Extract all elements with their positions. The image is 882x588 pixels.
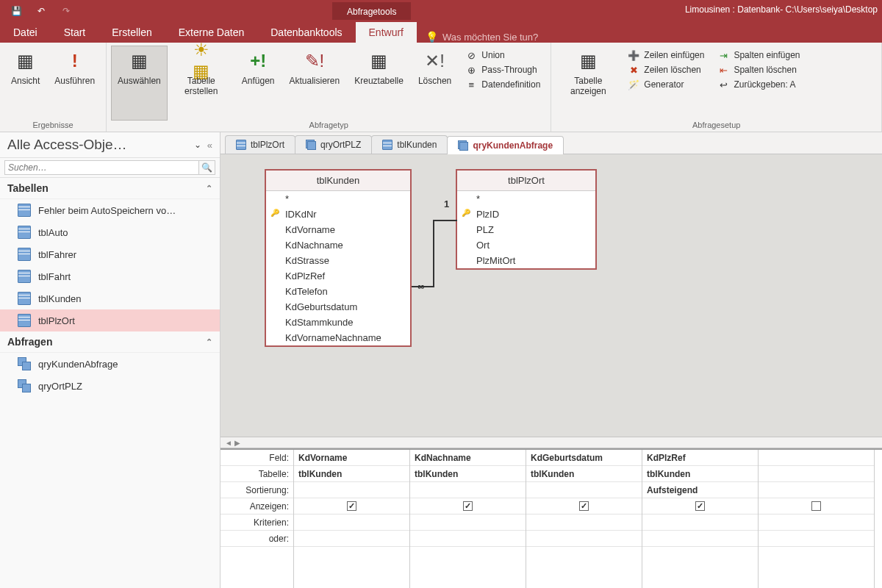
horizontal-ruler[interactable]: ◄ ▶ bbox=[220, 437, 882, 448]
nav-section-abfragen[interactable]: Abfragen⌃ bbox=[0, 331, 220, 353]
tell-me-search[interactable]: 💡 Was möchten Sie tun? bbox=[417, 31, 547, 43]
redo-button[interactable]: ↷ bbox=[54, 1, 78, 21]
grid-cell-oder[interactable] bbox=[642, 531, 758, 547]
table-box-tblplzort[interactable]: tblPlzOrt *PlzIDPLZOrtPlzMitOrt bbox=[456, 169, 597, 270]
grid-cell-feld[interactable]: KdVorname bbox=[294, 450, 409, 466]
field-idkdnr[interactable]: IDKdNr bbox=[266, 207, 410, 222]
grid-col-1[interactable]: KdNachnametblKunden✓ bbox=[410, 450, 526, 588]
grid-col-4[interactable] bbox=[759, 450, 875, 588]
zurueckgeben-button[interactable]: ↩Zurückgeben: A bbox=[716, 78, 801, 91]
grid-cell-oder[interactable] bbox=[526, 531, 642, 547]
grid-cell-kriterien[interactable] bbox=[759, 514, 874, 531]
show-checkbox[interactable]: ✓ bbox=[347, 501, 356, 511]
menu-erstellen[interactable]: Erstellen bbox=[98, 22, 165, 43]
grid-cell-feld[interactable] bbox=[759, 450, 874, 466]
show-checkbox[interactable]: ✓ bbox=[463, 501, 473, 511]
ansicht-button[interactable]: ▦ Ansicht bbox=[4, 46, 46, 121]
zeilen-einfuegen-button[interactable]: ➕Zeilen einfügen bbox=[626, 49, 706, 62]
nav-header[interactable]: Alle Access-Obje… ⌄ « bbox=[0, 132, 220, 158]
show-checkbox[interactable] bbox=[811, 501, 821, 511]
grid-cell-anzeigen[interactable]: ✓ bbox=[294, 498, 409, 514]
doctab-tblplzort[interactable]: tblPlzOrt bbox=[225, 135, 295, 154]
datendefinition-button[interactable]: ≡Datendefinition bbox=[464, 78, 542, 91]
field-plz[interactable]: PLZ bbox=[457, 222, 595, 237]
grid-cell-anzeigen[interactable]: ✓ bbox=[642, 498, 758, 514]
auswaehlen-button[interactable]: ▦ Auswählen bbox=[111, 46, 168, 121]
grid-cell-sortierung[interactable]: Aufsteigend bbox=[642, 482, 758, 498]
table-box-tblkunden[interactable]: tblKunden *IDKdNrKdVornameKdNachnameKdSt… bbox=[265, 169, 412, 347]
grid-cell-kriterien[interactable] bbox=[294, 514, 409, 531]
grid-col-0[interactable]: KdVornametblKunden✓ bbox=[294, 450, 410, 588]
field-kdvornamenachname[interactable]: KdVornameNachname bbox=[266, 330, 410, 345]
menu-datei[interactable]: Datei bbox=[0, 22, 51, 43]
grid-col-2[interactable]: KdGeburtsdatumtblKunden✓ bbox=[526, 450, 642, 588]
collapse-pane-icon[interactable]: « bbox=[207, 140, 212, 151]
nav-item-tblfahrt[interactable]: tblFahrt bbox=[0, 265, 220, 287]
grid-cell-oder[interactable] bbox=[759, 531, 874, 547]
grid-cell-sortierung[interactable] bbox=[410, 482, 526, 498]
union-button[interactable]: ⊘Union bbox=[464, 49, 542, 62]
tabelle-anzeigen-button[interactable]: ▦ Tabelle anzeigen bbox=[556, 46, 620, 121]
field-ort[interactable]: Ort bbox=[457, 237, 595, 253]
grid-cell-kriterien[interactable] bbox=[410, 514, 526, 531]
show-checkbox[interactable]: ✓ bbox=[579, 501, 589, 511]
field-kdnachname[interactable]: KdNachname bbox=[266, 237, 410, 253]
grid-cell-feld[interactable]: KdGeburtsdatum bbox=[526, 450, 642, 466]
show-checkbox[interactable]: ✓ bbox=[695, 501, 705, 511]
field-plzmitort[interactable]: PlzMitOrt bbox=[457, 253, 595, 268]
grid-cell-feld[interactable]: KdPlzRef bbox=[642, 450, 758, 466]
field-kdplzref[interactable]: KdPlzRef bbox=[266, 268, 410, 284]
field-kdstrasse[interactable]: KdStrasse bbox=[266, 253, 410, 268]
nav-section-tabellen[interactable]: Tabellen⌃ bbox=[0, 178, 220, 199]
nav-item-qryortplz[interactable]: qryOrtPLZ bbox=[0, 375, 220, 397]
spalten-einfuegen-button[interactable]: ⇥Spalten einfügen bbox=[716, 49, 801, 62]
grid-cell-tabelle[interactable]: tblKunden bbox=[410, 466, 526, 482]
field-plzid[interactable]: PlzID bbox=[457, 207, 595, 222]
menu-start[interactable]: Start bbox=[51, 22, 99, 43]
grid-cell-oder[interactable] bbox=[410, 531, 526, 547]
field-kdstammkunde[interactable]: KdStammkunde bbox=[266, 315, 410, 330]
doctab-qrykundenabfrage[interactable]: qryKundenAbfrage bbox=[447, 136, 564, 154]
passthrough-button[interactable]: ⊕Pass-Through bbox=[464, 63, 542, 76]
nav-item-tblfahrer[interactable]: tblFahrer bbox=[0, 243, 220, 265]
grid-cell-kriterien[interactable] bbox=[642, 514, 758, 531]
field--[interactable]: * bbox=[266, 191, 410, 207]
grid-cell-kriterien[interactable] bbox=[526, 514, 642, 531]
grid-cell-sortierung[interactable] bbox=[526, 482, 642, 498]
nav-item-fehler-beim-autospeichern-vo-[interactable]: Fehler beim AutoSpeichern vo… bbox=[0, 199, 220, 221]
grid-cell-oder[interactable] bbox=[294, 531, 409, 547]
query-designer[interactable]: tblKunden *IDKdNrKdVornameKdNachnameKdSt… bbox=[220, 154, 882, 437]
tabelle-erstellen-button[interactable]: ☀▦ Tabelle erstellen bbox=[169, 46, 234, 121]
zeilen-loeschen-button[interactable]: ✖Zeilen löschen bbox=[626, 63, 706, 76]
grid-cell-tabelle[interactable] bbox=[759, 466, 874, 482]
menu-entwurf[interactable]: Entwurf bbox=[356, 22, 417, 43]
generator-button[interactable]: 🪄Generator bbox=[626, 78, 706, 91]
field--[interactable]: * bbox=[457, 191, 595, 207]
grid-cell-tabelle[interactable]: tblKunden bbox=[294, 466, 409, 482]
field-kdgeburtsdatum[interactable]: KdGeburtsdatum bbox=[266, 299, 410, 315]
kreuztabelle-button[interactable]: ▦ Kreuztabelle bbox=[348, 46, 410, 121]
nav-item-tblplzort[interactable]: tblPlzOrt bbox=[0, 309, 220, 331]
grid-cell-anzeigen[interactable]: ✓ bbox=[410, 498, 526, 514]
search-input[interactable] bbox=[4, 160, 199, 175]
nav-item-qrykundenabfrage[interactable]: qryKundenAbfrage bbox=[0, 353, 220, 375]
undo-button[interactable]: ↶ bbox=[29, 1, 53, 21]
spalten-loeschen-button[interactable]: ⇤Spalten löschen bbox=[716, 63, 801, 76]
nav-item-tblkunden[interactable]: tblKunden bbox=[0, 287, 220, 309]
grid-cell-tabelle[interactable]: tblKunden bbox=[642, 466, 758, 482]
aktualisieren-button[interactable]: ✎! Aktualisieren bbox=[283, 46, 347, 121]
field-kdtelefon[interactable]: KdTelefon bbox=[266, 284, 410, 299]
grid-cell-anzeigen[interactable]: ✓ bbox=[526, 498, 642, 514]
ausfuehren-button[interactable]: ! Ausführen bbox=[48, 46, 101, 121]
save-button[interactable]: 💾 bbox=[4, 1, 28, 21]
field-kdvorname[interactable]: KdVorname bbox=[266, 222, 410, 237]
search-button[interactable]: 🔍 bbox=[199, 160, 215, 175]
grid-cell-sortierung[interactable] bbox=[759, 482, 874, 498]
grid-cell-anzeigen[interactable] bbox=[759, 498, 874, 514]
nav-item-tblauto[interactable]: tblAuto bbox=[0, 221, 220, 243]
grid-cell-sortierung[interactable] bbox=[294, 482, 409, 498]
menu-datenbanktools[interactable]: Datenbanktools bbox=[257, 22, 355, 43]
doctab-tblkunden[interactable]: tblKunden bbox=[371, 135, 448, 154]
loeschen-button[interactable]: ✕! Löschen bbox=[412, 46, 458, 121]
grid-col-3[interactable]: KdPlzReftblKundenAufsteigend✓ bbox=[642, 450, 759, 588]
